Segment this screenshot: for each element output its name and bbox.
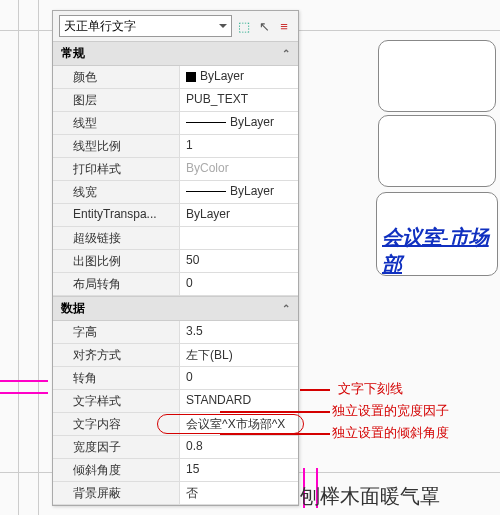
prop-row-transparency[interactable]: EntityTranspa...ByLayer <box>53 204 298 227</box>
object-type-dropdown[interactable]: 天正单行文字 <box>59 15 232 37</box>
collapse-icon: ⌃ <box>282 48 290 59</box>
chevron-down-icon <box>219 24 227 28</box>
prop-row-layoutrot[interactable]: 布局转角0 <box>53 273 298 296</box>
properties-panel: 天正单行文字 ⬚ ↖ ≡ 常规 ⌃ 颜色ByLayer 图层PUB_TEXT 线… <box>52 10 299 506</box>
object-type-value: 天正单行文字 <box>64 18 136 35</box>
prop-row-layer[interactable]: 图层PUB_TEXT <box>53 89 298 112</box>
section-data-label: 数据 <box>61 300 85 317</box>
section-general-label: 常规 <box>61 45 85 62</box>
callout-line <box>220 411 330 413</box>
section-data-header[interactable]: 数据 ⌃ <box>53 296 298 321</box>
callout-width: 独立设置的宽度因子 <box>332 402 449 420</box>
callout-line <box>300 389 330 391</box>
prop-row-linetype[interactable]: 线型ByLayer <box>53 112 298 135</box>
collapse-icon: ⌃ <box>282 303 290 314</box>
prop-row-hyperlink[interactable]: 超级链接 <box>53 227 298 250</box>
prop-row-rotation[interactable]: 转角0 <box>53 367 298 390</box>
prop-row-plotstyle[interactable]: 打印样式ByColor <box>53 158 298 181</box>
callout-oblique: 独立设置的倾斜角度 <box>332 424 449 442</box>
section-general-header[interactable]: 常规 ⌃ <box>53 41 298 66</box>
prop-row-align[interactable]: 对齐方式左下(BL) <box>53 344 298 367</box>
callout-line <box>220 433 330 435</box>
quick-select-icon[interactable]: ⬚ <box>236 18 252 34</box>
callout-underline: 文字下刻线 <box>338 380 403 398</box>
room-outline <box>378 40 496 112</box>
prop-row-oblique[interactable]: 倾斜角度15 <box>53 459 298 482</box>
prop-row-ltscale[interactable]: 线型比例1 <box>53 135 298 158</box>
prop-row-textheight[interactable]: 字高3.5 <box>53 321 298 344</box>
prop-row-bgmask[interactable]: 背景屏蔽否 <box>53 482 298 505</box>
prop-row-lineweight[interactable]: 线宽ByLayer <box>53 181 298 204</box>
select-objects-icon[interactable]: ↖ <box>256 18 272 34</box>
room-text-label: 会议室-市场部 <box>382 224 500 278</box>
linetype-swatch-icon <box>186 122 226 123</box>
prop-row-textstyle[interactable]: 文字样式STANDARD <box>53 390 298 413</box>
prop-row-widthfactor[interactable]: 宽度因子0.8 <box>53 436 298 459</box>
color-swatch-icon <box>186 72 196 82</box>
bottom-annotation-text: 刨榉木面暖气罩 <box>300 483 440 510</box>
prop-row-color[interactable]: 颜色ByLayer <box>53 66 298 89</box>
panel-toolbar: 天正单行文字 ⬚ ↖ ≡ <box>53 11 298 41</box>
lineweight-swatch-icon <box>186 191 226 192</box>
prop-row-plotscale[interactable]: 出图比例50 <box>53 250 298 273</box>
room-outline <box>378 115 496 187</box>
toggle-pim-icon[interactable]: ≡ <box>276 18 292 34</box>
